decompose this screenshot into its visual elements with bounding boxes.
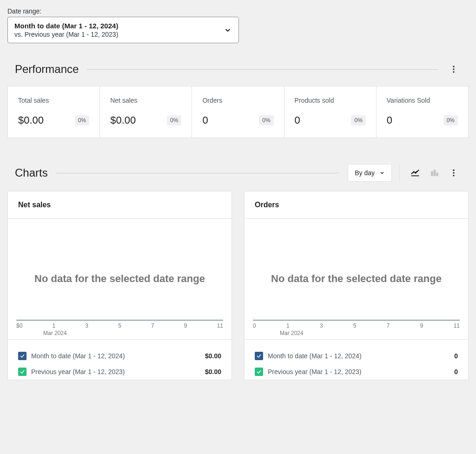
- chart-panel-net-sales: Net sales No data for the selected date …: [7, 191, 232, 380]
- charts-title: Charts: [15, 166, 48, 179]
- chevron-down-icon: [379, 170, 385, 176]
- charts-options-button[interactable]: [446, 165, 461, 180]
- x-axis: 0 1 3 5 7 9 11 Mar 2024: [245, 320, 468, 339]
- x-ticks: 0 1 3 5 7 9 11: [253, 322, 460, 329]
- granularity-select[interactable]: By day: [348, 164, 392, 182]
- perf-card-delta: 0%: [167, 115, 181, 125]
- chevron-down-icon: [224, 26, 232, 34]
- perf-card-delta: 0%: [351, 115, 365, 125]
- svg-point-8: [453, 172, 454, 173]
- check-icon: [20, 353, 25, 359]
- check-icon: [20, 369, 25, 375]
- x-ticks: $0 1 3 5 7 9 11: [16, 322, 223, 329]
- perf-card-label: Orders: [202, 97, 273, 104]
- divider: [56, 173, 340, 173]
- chart-legend: Month to date (Mar 1 - 12, 2024) $0.00 P…: [8, 340, 231, 380]
- legend-label: Previous year (Mar 1 - 12, 2023): [31, 368, 125, 375]
- performance-options-button[interactable]: [446, 62, 461, 77]
- bar-chart-button[interactable]: [427, 164, 443, 182]
- legend-item: Previous year (Mar 1 - 12, 2023) 0: [255, 364, 458, 380]
- legend-checkbox[interactable]: [255, 368, 263, 376]
- ellipsis-vertical-icon: [449, 65, 458, 74]
- legend-label: Previous year (Mar 1 - 12, 2023): [268, 368, 362, 375]
- legend-value: 0: [454, 368, 458, 375]
- svg-rect-5: [434, 170, 436, 176]
- perf-card-total-sales[interactable]: Total sales $0.00 0%: [8, 86, 100, 138]
- svg-rect-6: [436, 172, 438, 175]
- perf-card-value: 0: [295, 114, 300, 126]
- perf-card-orders[interactable]: Orders 0 0%: [192, 86, 284, 138]
- granularity-label: By day: [355, 169, 375, 177]
- svg-point-0: [453, 66, 454, 67]
- chart-legend: Month to date (Mar 1 - 12, 2024) 0 Previ…: [245, 340, 468, 380]
- legend-value: $0.00: [205, 352, 221, 360]
- perf-card-value: $0.00: [18, 114, 44, 126]
- charts-row: Net sales No data for the selected date …: [7, 191, 469, 380]
- chart-panel-orders: Orders No data for the selected date ran…: [244, 191, 469, 380]
- chart-body: No data for the selected date range $0 1…: [8, 219, 231, 340]
- check-icon: [256, 353, 262, 359]
- legend-item: Month to date (Mar 1 - 12, 2024) 0: [255, 348, 458, 364]
- legend-checkbox[interactable]: [18, 368, 26, 376]
- perf-card-delta: 0%: [259, 115, 273, 125]
- perf-card-label: Products sold: [295, 97, 366, 104]
- legend-item: Month to date (Mar 1 - 12, 2024) $0.00: [18, 348, 221, 364]
- perf-card-products-sold[interactable]: Products sold 0 0%: [284, 86, 377, 138]
- legend-checkbox[interactable]: [255, 352, 263, 360]
- x-month-label: Mar 2024: [280, 330, 460, 336]
- divider: [399, 164, 400, 181]
- check-icon: [256, 369, 262, 375]
- performance-header: Performance: [15, 62, 461, 77]
- chart-title[interactable]: Orders: [245, 191, 468, 219]
- perf-card-value: 0: [202, 114, 208, 126]
- bar-chart-icon: [430, 167, 440, 178]
- perf-card-label: Total sales: [18, 97, 89, 104]
- line-chart-icon: [410, 167, 420, 178]
- date-range-primary: Month to date (Mar 1 - 12, 2024): [14, 22, 118, 30]
- svg-point-2: [453, 71, 454, 72]
- date-range-label: Date range:: [7, 7, 469, 15]
- perf-card-variations-sold[interactable]: Variations Sold 0 0%: [377, 86, 468, 138]
- legend-checkbox[interactable]: [18, 352, 26, 360]
- chart-title[interactable]: Net sales: [8, 191, 231, 219]
- legend-label: Month to date (Mar 1 - 12, 2024): [268, 352, 362, 360]
- svg-point-9: [453, 175, 454, 176]
- legend-value: 0: [454, 352, 458, 360]
- date-range-picker[interactable]: Month to date (Mar 1 - 12, 2024) vs. Pre…: [7, 17, 239, 43]
- perf-card-value: $0.00: [110, 114, 136, 126]
- perf-card-label: Variations Sold: [387, 97, 458, 104]
- line-chart-button[interactable]: [407, 164, 423, 182]
- x-month-label: Mar 2024: [43, 330, 223, 336]
- legend-item: Previous year (Mar 1 - 12, 2023) $0.00: [18, 364, 221, 380]
- perf-card-delta: 0%: [75, 115, 89, 125]
- divider: [87, 69, 438, 70]
- performance-title: Performance: [15, 63, 79, 76]
- svg-point-7: [453, 170, 454, 171]
- svg-rect-4: [431, 171, 433, 176]
- perf-card-value: 0: [387, 114, 392, 126]
- svg-point-1: [453, 68, 454, 70]
- performance-grid: Total sales $0.00 0% Net sales $0.00 0% …: [7, 86, 469, 138]
- perf-card-label: Net sales: [110, 97, 181, 104]
- legend-value: $0.00: [205, 368, 221, 375]
- x-axis: $0 1 3 5 7 9 11 Mar 2024: [8, 320, 231, 339]
- chart-body: No data for the selected date range 0 1 …: [245, 219, 468, 340]
- legend-label: Month to date (Mar 1 - 12, 2024): [31, 352, 125, 360]
- charts-header: Charts By day: [15, 164, 461, 182]
- perf-card-delta: 0%: [443, 115, 458, 125]
- perf-card-net-sales[interactable]: Net sales $0.00 0%: [100, 86, 192, 138]
- ellipsis-vertical-icon: [449, 168, 458, 178]
- date-range-secondary: vs. Previous year (Mar 1 - 12, 2023): [14, 31, 118, 38]
